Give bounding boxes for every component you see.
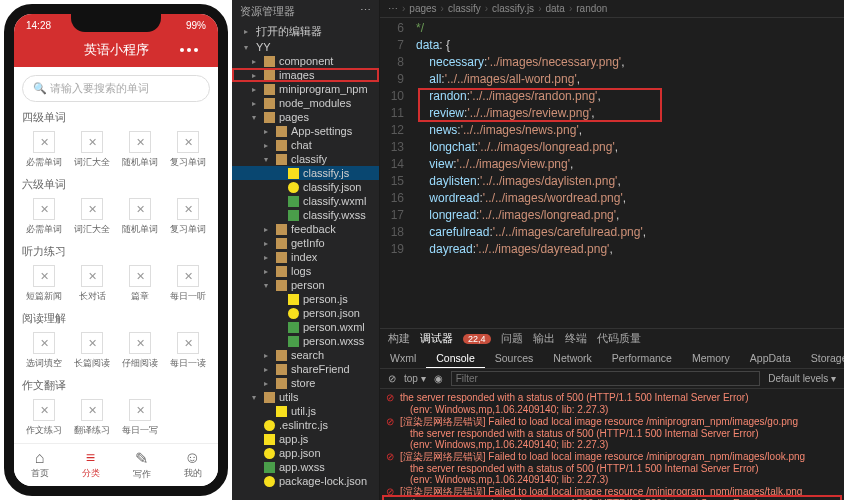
- status-battery: 99%: [186, 20, 206, 31]
- tree-item-shareFriend[interactable]: ▸shareFriend: [232, 362, 379, 376]
- grid-item[interactable]: ✕随机单词: [118, 196, 162, 238]
- tree-item-package-lock.json[interactable]: package-lock.json: [232, 474, 379, 488]
- search-input[interactable]: 🔍 请输入要搜索的单词: [22, 75, 210, 102]
- grid-item[interactable]: ✕短篇新闻: [22, 263, 66, 305]
- grid-item[interactable]: ✕翻译练习: [70, 397, 114, 439]
- tree-item-store[interactable]: ▸store: [232, 376, 379, 390]
- devtools-tab-appdata[interactable]: AppData: [740, 349, 801, 368]
- devtools-tab-sources[interactable]: Sources: [485, 349, 544, 368]
- tree-item-pages[interactable]: ▾pages: [232, 110, 379, 124]
- tree-item-classify[interactable]: ▾classify: [232, 152, 379, 166]
- explorer-panel: 资源管理器 ⋯ ▸打开的编辑器 ▾YY ▸component▸images▸mi…: [232, 0, 380, 500]
- grid-item[interactable]: ✕选词填空: [22, 330, 66, 372]
- tree-item-person.wxss[interactable]: person.wxss: [232, 334, 379, 348]
- devtools-tab-wxml[interactable]: Wxml: [380, 349, 426, 368]
- tree-item-app.wxss[interactable]: app.wxss: [232, 460, 379, 474]
- grid: ✕短篇新闻✕长对话✕篇章✕每日一听: [22, 263, 210, 305]
- console-error[interactable]: the server responded with a status of 50…: [382, 391, 842, 404]
- eye-icon[interactable]: ◉: [434, 373, 443, 384]
- context-dropdown[interactable]: top ▾: [404, 373, 426, 384]
- tree-item-App-settings[interactable]: ▸App-settings: [232, 124, 379, 138]
- grid-item[interactable]: ✕篇章: [118, 263, 162, 305]
- grid-item[interactable]: ✕仔细阅读: [118, 330, 162, 372]
- grid-item[interactable]: ✕词汇大全: [70, 129, 114, 171]
- tree-item-node_modules[interactable]: ▸node_modules: [232, 96, 379, 110]
- grid-item[interactable]: ✕长对话: [70, 263, 114, 305]
- tree-item-classify.wxml[interactable]: classify.wxml: [232, 194, 379, 208]
- tree-item-logs[interactable]: ▸logs: [232, 264, 379, 278]
- file-tree: ▸component▸images▸miniprogram_npm▸node_m…: [232, 54, 379, 500]
- devtools-tab-memory[interactable]: Memory: [682, 349, 740, 368]
- grid-item[interactable]: ✕随机单词: [118, 129, 162, 171]
- status-time: 14:28: [26, 20, 51, 31]
- tree-item-miniprogram_npm[interactable]: ▸miniprogram_npm: [232, 82, 379, 96]
- filter-input[interactable]: [451, 371, 761, 386]
- grid-item[interactable]: ✕必需单词: [22, 196, 66, 238]
- explorer-more-icon[interactable]: ⋯: [360, 4, 371, 19]
- tree-item-person.json[interactable]: person.json: [232, 306, 379, 320]
- grid: ✕作文练习✕翻译练习✕每日一写: [22, 397, 210, 439]
- code-editor[interactable]: 6*/7data: {8 necessary:'../images/necess…: [380, 18, 844, 328]
- section-title: 阅读理解: [22, 311, 210, 326]
- grid-item[interactable]: ✕每日一读: [166, 330, 210, 372]
- tree-item-person[interactable]: ▾person: [232, 278, 379, 292]
- grid-item[interactable]: ✕必需单词: [22, 129, 66, 171]
- tabbar: ⌂首页≡分类✎写作☺我的: [14, 443, 218, 486]
- devtools-tab-storage[interactable]: Storage: [801, 349, 844, 368]
- devtools-tab-console[interactable]: Console: [426, 349, 485, 368]
- grid-item[interactable]: ✕作文练习: [22, 397, 66, 439]
- tree-item-util.js[interactable]: util.js: [232, 404, 379, 418]
- tree-item-classify.wxss[interactable]: classify.wxss: [232, 208, 379, 222]
- tree-item-getInfo[interactable]: ▸getInfo: [232, 236, 379, 250]
- console-error[interactable]: [渲染层网络层错误] Failed to load local image re…: [382, 485, 842, 498]
- grid-item[interactable]: ✕每日一听: [166, 263, 210, 305]
- bottom-tab[interactable]: 终端: [565, 332, 587, 346]
- grid-item[interactable]: ✕复习单词: [166, 129, 210, 171]
- level-dropdown[interactable]: Default levels ▾: [768, 373, 836, 384]
- tree-item-utils[interactable]: ▾utils: [232, 390, 379, 404]
- console-error[interactable]: [渲染层网络层错误] Failed to load local image re…: [382, 450, 842, 463]
- tabbar-item[interactable]: ≡分类: [65, 444, 116, 486]
- console-toolbar: ⊘ top ▾ ◉ Default levels ▾: [380, 369, 844, 389]
- bottom-tab[interactable]: 输出: [533, 332, 555, 346]
- tabbar-item[interactable]: ✎写作: [116, 444, 167, 486]
- tree-item-app.json[interactable]: app.json: [232, 446, 379, 460]
- capsule-menu[interactable]: [180, 48, 198, 52]
- bottom-tab[interactable]: 调试器: [420, 332, 453, 346]
- bottom-tab[interactable]: 构建: [388, 332, 410, 346]
- grid: ✕必需单词✕词汇大全✕随机单词✕复习单词: [22, 129, 210, 171]
- console-output[interactable]: the server responded with a status of 50…: [380, 389, 844, 500]
- tree-item-classify.json[interactable]: classify.json: [232, 180, 379, 194]
- tree-item-app.js[interactable]: app.js: [232, 432, 379, 446]
- console-error[interactable]: [渲染层网络层错误] Failed to load local image re…: [382, 415, 842, 428]
- tree-item-.eslintrc.js[interactable]: .eslintrc.js: [232, 418, 379, 432]
- tree-item-search[interactable]: ▸search: [232, 348, 379, 362]
- tree-item-classify.js[interactable]: classify.js: [232, 166, 379, 180]
- open-editors-section[interactable]: ▸打开的编辑器: [232, 23, 379, 40]
- devtools-tab-network[interactable]: Network: [543, 349, 602, 368]
- bottom-tab[interactable]: 问题: [501, 332, 523, 346]
- phone-body: 🔍 请输入要搜索的单词 四级单词✕必需单词✕词汇大全✕随机单词✕复习单词六级单词…: [14, 67, 218, 439]
- tree-item-images[interactable]: ▸images: [232, 68, 379, 82]
- breadcrumb[interactable]: ⋯ › pages › classify › classify.js › dat…: [380, 0, 844, 18]
- explorer-header: 资源管理器 ⋯: [232, 0, 379, 23]
- tree-item-index[interactable]: ▸index: [232, 250, 379, 264]
- section-title: 作文翻译: [22, 378, 210, 393]
- tree-item-person.wxml[interactable]: person.wxml: [232, 320, 379, 334]
- project-root[interactable]: ▾YY: [232, 40, 379, 54]
- tabbar-item[interactable]: ☺我的: [167, 444, 218, 486]
- tree-item-feedback[interactable]: ▸feedback: [232, 222, 379, 236]
- bottom-tab[interactable]: 代码质量: [597, 332, 641, 346]
- grid-item[interactable]: ✕每日一写: [118, 397, 162, 439]
- phone-header: 英语小程序: [14, 33, 218, 67]
- tree-item-chat[interactable]: ▸chat: [232, 138, 379, 152]
- devtools-tab-performance[interactable]: Performance: [602, 349, 682, 368]
- clear-icon[interactable]: ⊘: [388, 373, 396, 384]
- tree-item-person.js[interactable]: person.js: [232, 292, 379, 306]
- tree-item-component[interactable]: ▸component: [232, 54, 379, 68]
- grid-item[interactable]: ✕复习单词: [166, 196, 210, 238]
- grid-item[interactable]: [166, 397, 210, 439]
- grid-item[interactable]: ✕词汇大全: [70, 196, 114, 238]
- tabbar-item[interactable]: ⌂首页: [14, 444, 65, 486]
- grid-item[interactable]: ✕长篇阅读: [70, 330, 114, 372]
